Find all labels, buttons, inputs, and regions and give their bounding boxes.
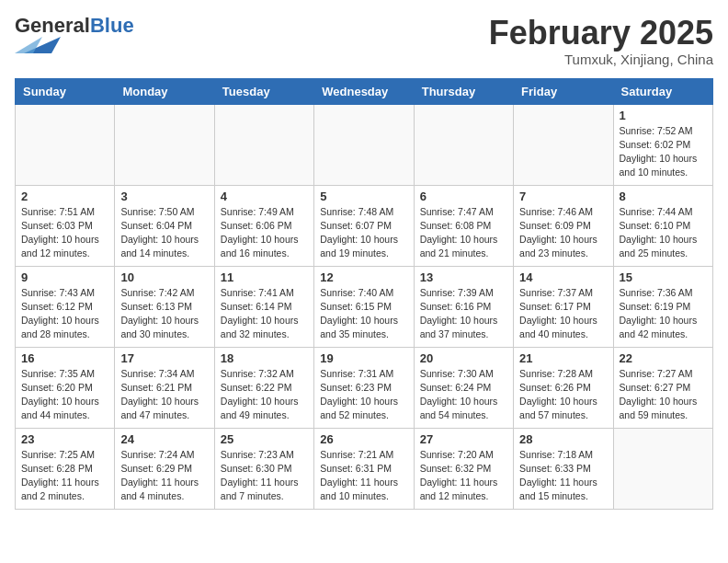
day-info: Sunrise: 7:28 AM Sunset: 6:26 PM Dayligh… <box>519 367 607 423</box>
calendar-cell: 3Sunrise: 7:50 AM Sunset: 6:04 PM Daylig… <box>115 185 214 266</box>
day-info: Sunrise: 7:37 AM Sunset: 6:17 PM Dayligh… <box>519 286 607 342</box>
day-number: 27 <box>420 432 507 446</box>
day-number: 9 <box>21 270 108 284</box>
day-info: Sunrise: 7:30 AM Sunset: 6:24 PM Dayligh… <box>420 367 507 423</box>
calendar-cell <box>16 104 115 185</box>
calendar-cell: 21Sunrise: 7:28 AM Sunset: 6:26 PM Dayli… <box>514 347 613 428</box>
day-number: 15 <box>620 270 707 284</box>
calendar-cell: 8Sunrise: 7:44 AM Sunset: 6:10 PM Daylig… <box>613 185 712 266</box>
day-info: Sunrise: 7:50 AM Sunset: 6:04 PM Dayligh… <box>120 205 208 261</box>
day-info: Sunrise: 7:35 AM Sunset: 6:20 PM Dayligh… <box>21 367 108 423</box>
day-info: Sunrise: 7:42 AM Sunset: 6:13 PM Dayligh… <box>120 286 208 342</box>
calendar-cell: 2Sunrise: 7:51 AM Sunset: 6:03 PM Daylig… <box>16 185 115 266</box>
logo-icon <box>15 37 61 53</box>
weekday-header: Monday <box>115 78 214 104</box>
day-info: Sunrise: 7:41 AM Sunset: 6:14 PM Dayligh… <box>221 286 308 342</box>
calendar-week-row: 9Sunrise: 7:43 AM Sunset: 6:12 PM Daylig… <box>16 266 713 347</box>
calendar-cell: 26Sunrise: 7:21 AM Sunset: 6:31 PM Dayli… <box>314 428 414 509</box>
calendar-cell <box>314 104 414 185</box>
weekday-header: Tuesday <box>214 78 313 104</box>
location: Tumxuk, Xinjiang, China <box>489 52 713 67</box>
calendar-week-row: 1Sunrise: 7:52 AM Sunset: 6:02 PM Daylig… <box>16 104 713 185</box>
day-info: Sunrise: 7:34 AM Sunset: 6:21 PM Dayligh… <box>120 367 208 423</box>
day-number: 1 <box>620 109 707 122</box>
day-number: 25 <box>221 432 308 446</box>
day-info: Sunrise: 7:43 AM Sunset: 6:12 PM Dayligh… <box>21 286 108 342</box>
calendar-table: SundayMondayTuesdayWednesdayThursdayFrid… <box>15 78 713 510</box>
calendar-week-row: 2Sunrise: 7:51 AM Sunset: 6:03 PM Daylig… <box>16 185 713 266</box>
calendar-cell <box>514 104 613 185</box>
day-number: 14 <box>519 270 607 284</box>
day-info: Sunrise: 7:27 AM Sunset: 6:27 PM Dayligh… <box>620 367 707 423</box>
day-number: 3 <box>120 190 208 203</box>
day-number: 12 <box>320 270 407 284</box>
calendar-cell <box>613 428 712 509</box>
day-number: 11 <box>221 270 308 284</box>
calendar-cell: 19Sunrise: 7:31 AM Sunset: 6:23 PM Dayli… <box>314 347 414 428</box>
calendar-cell: 28Sunrise: 7:18 AM Sunset: 6:33 PM Dayli… <box>514 428 613 509</box>
calendar-cell <box>414 104 513 185</box>
day-number: 18 <box>221 351 308 365</box>
day-info: Sunrise: 7:24 AM Sunset: 6:29 PM Dayligh… <box>120 448 208 504</box>
calendar-cell: 13Sunrise: 7:39 AM Sunset: 6:16 PM Dayli… <box>414 266 513 347</box>
calendar-cell: 27Sunrise: 7:20 AM Sunset: 6:32 PM Dayli… <box>414 428 513 509</box>
calendar-cell: 25Sunrise: 7:23 AM Sunset: 6:30 PM Dayli… <box>214 428 313 509</box>
calendar-cell: 1Sunrise: 7:52 AM Sunset: 6:02 PM Daylig… <box>613 104 712 185</box>
calendar-cell: 14Sunrise: 7:37 AM Sunset: 6:17 PM Dayli… <box>514 266 613 347</box>
day-number: 24 <box>120 432 208 446</box>
calendar-cell <box>214 104 313 185</box>
title-block: February 2025 Tumxuk, Xinjiang, China <box>489 15 713 67</box>
day-number: 6 <box>420 190 507 203</box>
day-info: Sunrise: 7:20 AM Sunset: 6:32 PM Dayligh… <box>420 448 507 504</box>
day-info: Sunrise: 7:36 AM Sunset: 6:19 PM Dayligh… <box>620 286 707 342</box>
day-info: Sunrise: 7:47 AM Sunset: 6:08 PM Dayligh… <box>420 205 507 261</box>
calendar-week-row: 16Sunrise: 7:35 AM Sunset: 6:20 PM Dayli… <box>16 347 713 428</box>
calendar-cell: 24Sunrise: 7:24 AM Sunset: 6:29 PM Dayli… <box>115 428 214 509</box>
weekday-header: Sunday <box>16 78 115 104</box>
day-info: Sunrise: 7:52 AM Sunset: 6:02 PM Dayligh… <box>620 124 707 180</box>
logo: GeneralBlue <box>15 15 134 57</box>
weekday-header: Thursday <box>414 78 513 104</box>
day-info: Sunrise: 7:39 AM Sunset: 6:16 PM Dayligh… <box>420 286 507 342</box>
day-number: 17 <box>120 351 208 365</box>
day-number: 8 <box>620 190 707 203</box>
day-info: Sunrise: 7:21 AM Sunset: 6:31 PM Dayligh… <box>320 448 407 504</box>
calendar-cell: 9Sunrise: 7:43 AM Sunset: 6:12 PM Daylig… <box>16 266 115 347</box>
calendar-cell: 6Sunrise: 7:47 AM Sunset: 6:08 PM Daylig… <box>414 185 513 266</box>
day-info: Sunrise: 7:31 AM Sunset: 6:23 PM Dayligh… <box>320 367 407 423</box>
day-number: 16 <box>21 351 108 365</box>
calendar-cell: 7Sunrise: 7:46 AM Sunset: 6:09 PM Daylig… <box>514 185 613 266</box>
day-number: 23 <box>21 432 108 446</box>
day-info: Sunrise: 7:25 AM Sunset: 6:28 PM Dayligh… <box>21 448 108 504</box>
month-title: February 2025 <box>489 15 713 52</box>
logo-general-text: General <box>15 14 90 37</box>
day-number: 19 <box>320 351 407 365</box>
day-info: Sunrise: 7:40 AM Sunset: 6:15 PM Dayligh… <box>320 286 407 342</box>
day-number: 20 <box>420 351 507 365</box>
calendar-week-row: 23Sunrise: 7:25 AM Sunset: 6:28 PM Dayli… <box>16 428 713 509</box>
calendar-header-row: SundayMondayTuesdayWednesdayThursdayFrid… <box>16 78 713 104</box>
day-info: Sunrise: 7:48 AM Sunset: 6:07 PM Dayligh… <box>320 205 407 261</box>
day-info: Sunrise: 7:18 AM Sunset: 6:33 PM Dayligh… <box>519 448 607 504</box>
calendar-cell: 4Sunrise: 7:49 AM Sunset: 6:06 PM Daylig… <box>214 185 313 266</box>
calendar-cell: 11Sunrise: 7:41 AM Sunset: 6:14 PM Dayli… <box>214 266 313 347</box>
day-number: 7 <box>519 190 607 203</box>
weekday-header: Saturday <box>613 78 712 104</box>
calendar-cell: 12Sunrise: 7:40 AM Sunset: 6:15 PM Dayli… <box>314 266 414 347</box>
calendar-cell: 18Sunrise: 7:32 AM Sunset: 6:22 PM Dayli… <box>214 347 313 428</box>
day-number: 10 <box>120 270 208 284</box>
calendar-cell <box>115 104 214 185</box>
day-number: 26 <box>320 432 407 446</box>
day-number: 28 <box>519 432 607 446</box>
day-number: 5 <box>320 190 407 203</box>
day-info: Sunrise: 7:49 AM Sunset: 6:06 PM Dayligh… <box>221 205 308 261</box>
day-number: 4 <box>221 190 308 203</box>
calendar-cell: 16Sunrise: 7:35 AM Sunset: 6:20 PM Dayli… <box>16 347 115 428</box>
day-info: Sunrise: 7:44 AM Sunset: 6:10 PM Dayligh… <box>620 205 707 261</box>
day-number: 2 <box>21 190 108 203</box>
calendar-cell: 23Sunrise: 7:25 AM Sunset: 6:28 PM Dayli… <box>16 428 115 509</box>
calendar-cell: 15Sunrise: 7:36 AM Sunset: 6:19 PM Dayli… <box>613 266 712 347</box>
page-header: GeneralBlue February 2025 Tumxuk, Xinjia… <box>15 15 713 67</box>
day-number: 22 <box>620 351 707 365</box>
calendar-cell: 5Sunrise: 7:48 AM Sunset: 6:07 PM Daylig… <box>314 185 414 266</box>
